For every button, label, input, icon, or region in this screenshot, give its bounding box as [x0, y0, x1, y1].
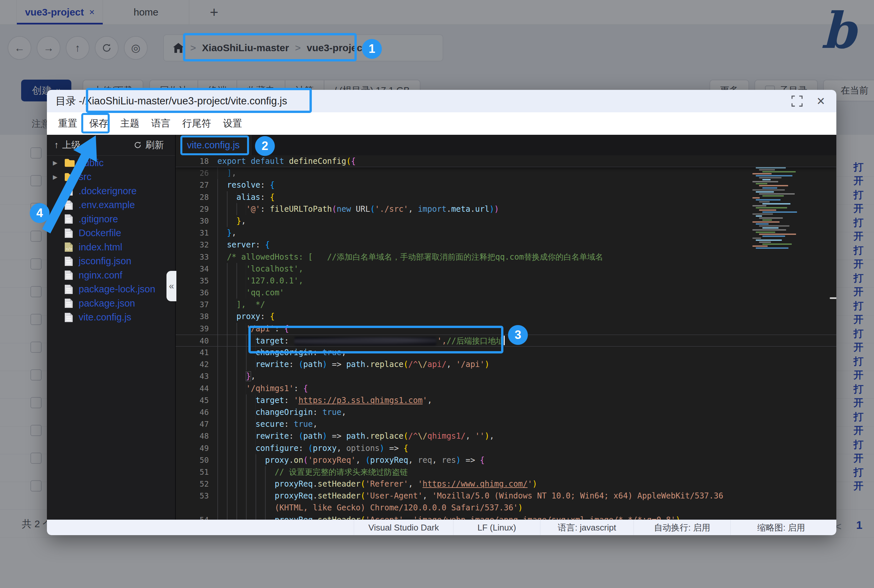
line-number: [176, 502, 217, 514]
status-cell[interactable]: 自动换行: 启用: [634, 520, 730, 535]
tree-item-index.html[interactable]: </>index.html: [47, 240, 175, 254]
code-token: path: [303, 431, 322, 441]
tree-item-nginx.conf[interactable]: nginx.conf: [47, 268, 175, 282]
code-line[interactable]: 36'qq.com': [176, 287, 837, 298]
dialog-title-prefix: 目录 -: [55, 94, 82, 108]
tree-item-package.json[interactable]: package.json: [47, 296, 175, 310]
code-token: ,: [432, 456, 442, 465]
code-line[interactable]: 47secure: true,: [176, 418, 837, 430]
line-number: 38: [176, 310, 217, 322]
line-number: 27: [176, 179, 217, 191]
minimap-line: [756, 223, 769, 225]
status-cell[interactable]: 缩略图: 启用: [730, 520, 832, 535]
screen: vue3-project×home + ← → ↑ ◎ >XiaoShiLiu-…: [0, 0, 874, 588]
menu-item-4[interactable]: 行尾符: [181, 116, 212, 132]
code-line[interactable]: 45target: 'https://p3.ssl.qhimgs1.com',: [176, 394, 837, 406]
line-number: 40: [176, 335, 217, 346]
tree-item-package-lock.json[interactable]: package-lock.json: [47, 282, 175, 297]
code-line[interactable]: 35'127.0.0.1',: [176, 275, 837, 287]
fullscreen-button[interactable]: [791, 95, 803, 107]
menu-item-3[interactable]: 语言: [150, 116, 172, 132]
menu-item-5[interactable]: 设置: [222, 116, 243, 132]
scrollbar-handle[interactable]: [830, 297, 837, 299]
code-line[interactable]: 39'/api': {: [176, 323, 837, 334]
code-line[interactable]: 48rewrite: (path) => path.replace(/^\/qh…: [176, 430, 837, 442]
code-line[interactable]: 42rewrite: (path) => path.replace(/^\/ap…: [176, 358, 837, 370]
minimap-line: [753, 213, 773, 215]
code-token: \/: [418, 360, 427, 369]
tree-up-label: 上级: [62, 139, 81, 151]
code-line[interactable]: 50proxy.on('proxyReq', (proxyReq, req, r…: [176, 454, 837, 466]
code-line[interactable]: 37], */: [176, 298, 837, 310]
code-token: ': [423, 396, 427, 405]
code-line[interactable]: 29'@': fileURLToPath(new URL('./src', im…: [176, 203, 837, 215]
code-line[interactable]: 41changeOrigin: true,: [176, 346, 837, 358]
code-token: 'proxyReq': [308, 456, 356, 465]
code-token: options: [346, 444, 379, 453]
file-icon: [64, 228, 76, 238]
code-line[interactable]: 18export default defineConfig({: [176, 155, 837, 167]
code-token: //后端接口地址: [447, 336, 504, 345]
line-number: 32: [176, 239, 217, 251]
code-line[interactable]: 31},: [176, 227, 837, 239]
file-icon: [64, 256, 76, 267]
tree-item-vite.config.js[interactable]: vite.config.js: [47, 310, 175, 325]
code-token: setHeader: [318, 479, 360, 489]
status-cell[interactable]: 语言: javascript: [540, 520, 634, 535]
status-cell[interactable]: Visual Studio Dark: [354, 520, 453, 535]
code-line[interactable]: 27resolve: {: [176, 179, 837, 191]
code-token: :: [256, 240, 265, 249]
code-line[interactable]: 32server: {: [176, 239, 837, 251]
code-line[interactable]: 30},: [176, 215, 837, 227]
tree-item-src[interactable]: ▶src: [47, 170, 175, 184]
code-line[interactable]: 46changeOrigin: true,: [176, 406, 837, 418]
code-token: './src': [375, 204, 408, 214]
expand-arrow-icon[interactable]: ▶: [53, 173, 61, 181]
code-line[interactable]: 49configure: (proxy, options) => {: [176, 442, 837, 454]
line-number: 29: [176, 203, 217, 215]
code-line[interactable]: 43},: [176, 370, 837, 382]
tree-up-button[interactable]: ↑上级: [54, 139, 81, 151]
code-line[interactable]: 28alias: {: [176, 191, 837, 203]
tree-item-label: vite.config.js: [79, 312, 132, 323]
status-cell[interactable]: LF (Linux): [453, 520, 540, 535]
code-line[interactable]: (KHTML, like Gecko) Chrome/120.0.0.0 Saf…: [176, 502, 837, 514]
code-line[interactable]: 53proxyReq.setHeader('User-Agent', 'Mozi…: [176, 490, 837, 502]
tree-refresh-button[interactable]: 刷新: [133, 139, 164, 151]
code-area[interactable]: 18export default defineConfig({26],27res…: [176, 155, 837, 520]
tree-collapse-handle[interactable]: «: [166, 271, 176, 301]
code-token: (: [365, 456, 370, 465]
code-line[interactable]: 34'localhost',: [176, 263, 837, 275]
code-line[interactable]: 52proxyReq.setHeader('Referer', 'https:/…: [176, 478, 837, 490]
tree-item-.dockerignore[interactable]: .dockerignore: [47, 184, 175, 198]
tree-item-public[interactable]: ▶public: [47, 156, 175, 170]
code-token: :: [298, 444, 308, 453]
line-number: 36: [176, 287, 217, 298]
code-line[interactable]: 51// 设置更完整的请求头来绕过防盗链: [176, 466, 837, 478]
menu-item-0[interactable]: 重置: [57, 116, 79, 132]
line-number: 53: [176, 490, 217, 502]
code-token: (: [332, 204, 337, 214]
editor-tab-vite-config[interactable]: vite.config.js: [176, 135, 251, 155]
code-line[interactable]: 44'/qhimgs1': {: [176, 382, 837, 394]
code-line[interactable]: 33/* allowedHosts: [ //添加白名单域名，手动部署取消前面的…: [176, 251, 837, 263]
menu-item-save[interactable]: 保存: [88, 116, 109, 132]
tree-item-.env.example[interactable]: .env.example: [47, 198, 175, 212]
code-line[interactable]: 54proxyReq.setHeader('Accept', 'image/we…: [176, 514, 837, 520]
expand-arrow-icon[interactable]: ▶: [53, 159, 61, 166]
tree-item-Dockerfile[interactable]: Dockerfile: [47, 226, 175, 240]
code-line[interactable]: 26],: [176, 167, 837, 179]
code-token: ': [528, 479, 532, 489]
tree-item-.gitignore[interactable]: .gitignore: [47, 212, 175, 226]
minimap[interactable]: [753, 156, 803, 253]
code-token: 'User-Agent': [365, 491, 423, 501]
tree-item-jsconfig.json[interactable]: jsconfig.json: [47, 254, 175, 268]
code-token: 'localhost',: [246, 264, 303, 273]
menu-item-2[interactable]: 主题: [119, 116, 141, 132]
close-button[interactable]: ×: [814, 95, 827, 107]
code-token: on: [294, 456, 303, 465]
code-token: true: [322, 348, 342, 357]
code-line[interactable]: 38proxy: {: [176, 310, 837, 322]
code-line[interactable]: 40target: ',//后端接口地址: [176, 334, 837, 346]
code-token: target: [256, 396, 284, 405]
